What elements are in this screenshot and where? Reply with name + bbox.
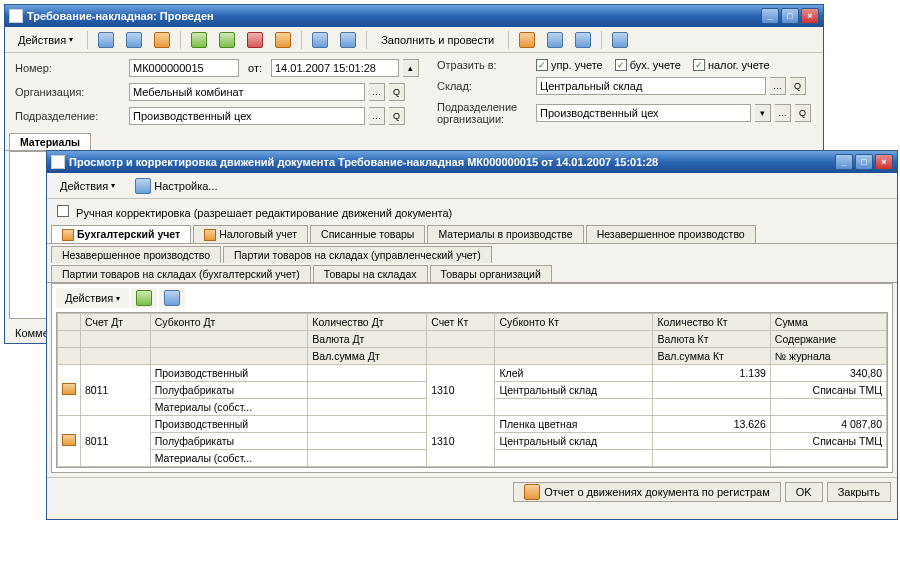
tab-written-off[interactable]: Списанные товары xyxy=(310,225,425,243)
date-field[interactable]: 14.01.2007 15:01:28 xyxy=(271,59,399,77)
tab-goods-org[interactable]: Товары организаций xyxy=(430,265,552,282)
actions-menu[interactable]: Действия▾ xyxy=(9,30,82,50)
warehouse-lookup[interactable]: Q xyxy=(790,77,806,95)
row-dept-org: Подразделение организации: Производствен… xyxy=(437,101,811,125)
toolbar-btn-1[interactable] xyxy=(93,30,119,50)
settings-menu[interactable]: Настройка... xyxy=(126,176,226,196)
col-qty-kt[interactable]: Количество Кт xyxy=(653,314,770,331)
dept-lookup[interactable]: Q xyxy=(389,107,405,125)
chevron-down-icon: ▾ xyxy=(116,294,120,303)
titlebar-win2[interactable]: Просмотр и корректировка движений докуме… xyxy=(47,151,897,173)
cell-qty-kt: 1.139 xyxy=(653,365,770,382)
toolbar-btn-6[interactable] xyxy=(242,30,268,50)
toolbar-btn-2[interactable] xyxy=(121,30,147,50)
cell-sub-kt: Центральный склад xyxy=(495,433,653,450)
ok-button[interactable]: OK xyxy=(785,482,823,502)
titlebar-win1[interactable]: Требование-накладная: Проведен _ □ × xyxy=(5,5,823,27)
settings-label: Настройка... xyxy=(154,180,217,192)
tab-goods-wh[interactable]: Товары на складах xyxy=(313,265,428,282)
chk-upr-label: упр. учете xyxy=(551,59,603,71)
col-sub-kt[interactable]: Субконто Кт xyxy=(495,314,653,331)
accounting-grid[interactable]: Счет Дт Субконто Дт Количество Дт Счет К… xyxy=(56,312,888,468)
row-dept: Подразделение: Производственный цех … Q xyxy=(15,107,419,125)
checkbox-manual[interactable] xyxy=(57,205,69,217)
help-button[interactable] xyxy=(159,288,185,308)
checkbox-nal[interactable]: ✓ xyxy=(693,59,705,71)
actions-label: Действия xyxy=(65,292,113,304)
tab-batches-buh[interactable]: Партии товаров на складах (бухгалтерский… xyxy=(51,265,311,282)
tab-wip2[interactable]: Незавершенное производство xyxy=(51,246,221,263)
toolbar-btn-12[interactable] xyxy=(570,30,596,50)
table-row[interactable]: 8011 Производственный 1310 Пленка цветна… xyxy=(58,416,887,433)
tab-label: Налоговый учет xyxy=(219,228,297,240)
tab-batches-man[interactable]: Партии товаров на складах (управленчески… xyxy=(223,246,492,263)
report-button[interactable]: Отчет о движениях документа по регистрам xyxy=(513,482,781,502)
date-spin[interactable]: ▴ xyxy=(403,59,419,77)
close-button[interactable]: × xyxy=(801,8,819,24)
toolbar-btn-7[interactable] xyxy=(270,30,296,50)
gear-icon xyxy=(135,178,151,194)
col-qty-dt[interactable]: Количество Дт xyxy=(308,314,427,331)
dept-select[interactable]: … xyxy=(369,107,385,125)
maximize-button[interactable]: □ xyxy=(855,154,873,170)
close-button[interactable]: × xyxy=(875,154,893,170)
tab-buh[interactable]: Бухгалтерский учет xyxy=(51,225,191,243)
tab-materials-prod[interactable]: Материалы в производстве xyxy=(427,225,583,243)
chk-buh-label: бух. учете xyxy=(630,59,681,71)
dept-org-field[interactable]: Производственный цех xyxy=(536,104,751,122)
grid-actions[interactable]: Действия▾ xyxy=(56,288,129,308)
cell-sub-dt: Производственный xyxy=(150,416,308,433)
org-lookup[interactable]: Q xyxy=(389,83,405,101)
post-icon xyxy=(154,32,170,48)
tab-nal[interactable]: Налоговый учет xyxy=(193,225,308,243)
fillpost-button[interactable]: Заполнить и провести xyxy=(372,30,503,50)
warehouse-field[interactable]: Центральный склад xyxy=(536,77,766,95)
col-acc-dt[interactable]: Счет Дт xyxy=(81,314,151,331)
toolbar-btn-10[interactable] xyxy=(514,30,540,50)
col-val-dt[interactable]: Валюта Дт xyxy=(308,331,427,348)
row-warehouse: Склад: Центральный склад … Q xyxy=(437,77,811,95)
checkbox-upr[interactable]: ✓ xyxy=(536,59,548,71)
col-journal[interactable]: № журнала xyxy=(770,348,886,365)
col-icon[interactable] xyxy=(58,314,81,331)
add-row-button[interactable] xyxy=(131,288,157,308)
tab-materials[interactable]: Материалы xyxy=(9,133,91,150)
close-button[interactable]: Закрыть xyxy=(827,482,891,502)
chk-upr: ✓упр. учете xyxy=(536,59,603,71)
maximize-button[interactable]: □ xyxy=(781,8,799,24)
org-field[interactable]: Мебельный комбинат xyxy=(129,83,365,101)
col-valsum-kt[interactable]: Вал.сумма Кт xyxy=(653,348,770,365)
checkbox-buh[interactable]: ✓ xyxy=(615,59,627,71)
col-sum[interactable]: Сумма xyxy=(770,314,886,331)
toolbar-btn-5[interactable] xyxy=(214,30,240,50)
toolbar-btn-4[interactable] xyxy=(186,30,212,50)
window-movements-view: Просмотр и корректировка движений докуме… xyxy=(46,150,898,520)
toolbar-win1: Действия▾ Заполнить и провести xyxy=(5,27,823,53)
actions-menu[interactable]: Действия▾ xyxy=(51,176,124,196)
org-select[interactable]: … xyxy=(369,83,385,101)
dept-field[interactable]: Производственный цех xyxy=(129,107,365,125)
app-icon xyxy=(51,155,65,169)
refresh-icon xyxy=(136,290,152,306)
col-acc-kt[interactable]: Счет Кт xyxy=(427,314,495,331)
col-val-kt[interactable]: Валюта Кт xyxy=(653,331,770,348)
org-label: Организация: xyxy=(15,86,125,98)
number-field[interactable]: МК000000015 xyxy=(129,59,239,77)
col-sub-dt[interactable]: Субконто Дт xyxy=(150,314,308,331)
toolbar-btn-9[interactable] xyxy=(335,30,361,50)
warehouse-select[interactable]: … xyxy=(770,77,786,95)
toolbar-btn-help[interactable] xyxy=(607,30,633,50)
tab-wip1[interactable]: Незавершенное производство xyxy=(586,225,756,243)
minimize-button[interactable]: _ xyxy=(761,8,779,24)
dept-org-drop[interactable]: ▾ xyxy=(755,104,771,122)
col-content[interactable]: Содержание xyxy=(770,331,886,348)
toolbar-btn-8[interactable] xyxy=(307,30,333,50)
col-valsum-dt[interactable]: Вал.сумма Дт xyxy=(308,348,427,365)
dept-org-select[interactable]: … xyxy=(775,104,791,122)
table-row[interactable]: 8011 Производственный 1310 Клей 1.139 34… xyxy=(58,365,887,382)
toolbar-btn-3[interactable] xyxy=(149,30,175,50)
toolbar-btn-11[interactable] xyxy=(542,30,568,50)
footer-win2: Отчет о движениях документа по регистрам… xyxy=(47,477,897,505)
minimize-button[interactable]: _ xyxy=(835,154,853,170)
dept-org-lookup[interactable]: Q xyxy=(795,104,811,122)
